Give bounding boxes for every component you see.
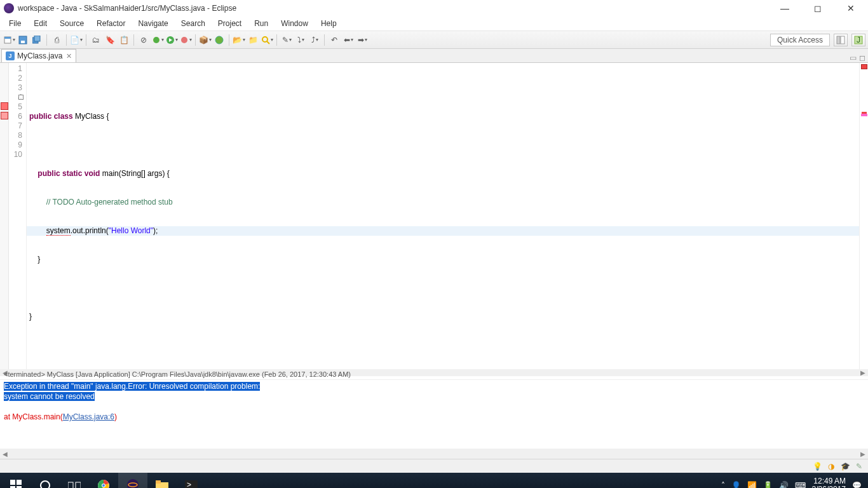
updates-icon[interactable]: ◑ <box>826 461 836 471</box>
tray-volume-icon[interactable]: 🔊 <box>779 481 789 488</box>
back-button[interactable]: ⬅ <box>342 34 355 46</box>
code-text[interactable]: public class MyClass { public static voi… <box>27 63 859 369</box>
annotate-button[interactable]: ✎ <box>280 34 293 46</box>
new-button[interactable] <box>3 34 15 46</box>
action-center-icon[interactable]: 💬 <box>852 481 862 488</box>
open-perspective-button[interactable] <box>834 34 848 46</box>
toggle-breadcrumb-button[interactable]: 🔖 <box>104 34 116 46</box>
start-button[interactable] <box>1 473 31 488</box>
line-number: 3 <box>9 83 22 93</box>
tray-people-icon[interactable]: 👤 <box>731 481 741 488</box>
terminal-taskbar-icon[interactable]: >_ <box>177 473 206 488</box>
minimize-button[interactable]: — <box>774 1 796 15</box>
svg-point-9 <box>215 36 223 44</box>
task-view-button[interactable] <box>60 473 89 488</box>
toolbar-separator <box>324 34 325 46</box>
editor-tab-myclass[interactable]: J MyClass.java ✕ <box>1 49 76 62</box>
menu-source[interactable]: Source <box>53 17 90 30</box>
quick-access-field[interactable]: Quick Access <box>770 34 830 46</box>
open-type-button[interactable]: 📂 <box>233 34 245 46</box>
tray-chevron-icon[interactable]: ˄ <box>721 481 725 488</box>
prev-annotation-button[interactable]: ⤴ <box>308 34 321 46</box>
last-edit-button[interactable]: ↶ <box>328 34 341 46</box>
search-button[interactable] <box>261 34 273 46</box>
error-marker-icon[interactable] <box>1 102 8 110</box>
print-button[interactable]: ⎙ <box>50 34 63 46</box>
open-task-button[interactable]: 🗂 <box>90 34 102 46</box>
menu-project[interactable]: Project <box>212 17 248 30</box>
java-perspective-button[interactable]: J <box>851 34 865 46</box>
code-line: public class MyClass { <box>27 112 859 121</box>
tray-keyboard-icon[interactable]: ⌨ <box>795 481 806 488</box>
maximize-view-icon[interactable]: ◻ <box>859 53 865 62</box>
console-horizontal-scrollbar[interactable]: ◀ ▶ <box>0 449 868 459</box>
svg-rect-13 <box>841 36 844 44</box>
menu-edit[interactable]: Edit <box>27 17 53 30</box>
new-java-class-button[interactable] <box>213 34 226 46</box>
run-button[interactable] <box>165 34 178 46</box>
code-line <box>27 83 859 93</box>
close-button[interactable]: ✕ <box>840 1 862 15</box>
toolbar-separator <box>276 34 277 46</box>
menu-window[interactable]: Window <box>275 17 315 30</box>
next-annotation-button[interactable]: ⤵ <box>294 34 307 46</box>
console-output[interactable]: Exception in thread "main" java.lang.Err… <box>0 380 868 449</box>
svg-rect-1 <box>4 37 11 39</box>
annotation-ruler[interactable] <box>0 63 9 369</box>
svg-rect-18 <box>17 480 22 485</box>
menu-refactor[interactable]: Refactor <box>90 17 132 30</box>
menu-navigate[interactable]: Navigate <box>132 17 174 30</box>
maximize-button[interactable]: ◻ <box>807 1 829 15</box>
code-line-current: system.out.println("Hello World"); <box>27 226 859 236</box>
open-task-button2[interactable]: 📁 <box>247 34 259 46</box>
code-editor[interactable]: 1 2 3 4- 5 6 7 8 9 10 public class MyCla… <box>0 63 868 369</box>
minimize-view-icon[interactable]: ▭ <box>850 53 857 62</box>
coverage-button[interactable] <box>179 34 192 46</box>
close-tab-icon[interactable]: ✕ <box>66 52 72 60</box>
debug-button[interactable] <box>151 34 164 46</box>
error-overview-marker[interactable] <box>861 114 867 116</box>
fold-toggle-icon[interactable]: - <box>18 95 24 100</box>
console-error-line: system cannot be resolved <box>4 392 95 401</box>
error-marker-icon[interactable] <box>1 112 8 119</box>
menubar: File Edit Source Refactor Navigate Searc… <box>0 17 868 31</box>
sync-icon[interactable]: ✎ <box>854 461 864 471</box>
line-number: 5 <box>9 102 22 112</box>
menu-help[interactable]: Help <box>315 17 343 30</box>
tray-battery-icon[interactable]: 🔋 <box>763 481 773 488</box>
eclipse-taskbar-icon[interactable] <box>118 473 147 488</box>
overview-ruler[interactable] <box>859 63 868 369</box>
editor-tab-label: MyClass.java <box>17 51 62 60</box>
svg-line-11 <box>267 41 269 44</box>
save-button[interactable] <box>17 34 29 46</box>
skip-breakpoints-button[interactable]: ⊘ <box>137 34 150 46</box>
menu-search[interactable]: Search <box>175 17 212 30</box>
menu-run[interactable]: Run <box>248 17 275 30</box>
scroll-left-icon[interactable]: ◀ <box>0 451 10 458</box>
stacktrace-link[interactable]: MyClass.java:6 <box>63 412 114 421</box>
build-button[interactable]: 📄 <box>70 34 83 46</box>
toggle-mark-button[interactable]: 📋 <box>118 34 130 46</box>
scroll-right-icon[interactable]: ▶ <box>858 451 868 458</box>
clock-date: 2/26/2017 <box>812 485 846 488</box>
chrome-taskbar-icon[interactable] <box>89 473 118 488</box>
forward-button[interactable]: ➡ <box>356 34 369 46</box>
editor-area: 1 2 3 4- 5 6 7 8 9 10 public class MyCla… <box>0 63 868 353</box>
console-error-line: Exception in thread "main" java.lang.Err… <box>4 382 260 391</box>
svg-point-21 <box>41 481 50 488</box>
tray-clock[interactable]: 12:49 AM 2/26/2017 <box>812 477 846 488</box>
cortana-button[interactable] <box>31 473 60 488</box>
svg-rect-22 <box>68 482 73 488</box>
save-all-button[interactable] <box>31 34 43 46</box>
tip-icon[interactable]: 💡 <box>812 461 822 471</box>
tray-network-icon[interactable]: 📶 <box>747 481 757 488</box>
new-java-package-button[interactable]: 📦 <box>199 34 212 46</box>
file-explorer-taskbar-icon[interactable] <box>147 473 177 488</box>
toolbar-separator <box>66 34 67 46</box>
code-line: } <box>27 312 859 322</box>
scroll-right-icon[interactable]: ▶ <box>858 369 868 376</box>
build-icon[interactable]: 🎓 <box>840 461 850 471</box>
error-overview-marker[interactable] <box>861 64 867 69</box>
menu-file[interactable]: File <box>3 17 27 30</box>
svg-text:>_: >_ <box>187 480 196 488</box>
